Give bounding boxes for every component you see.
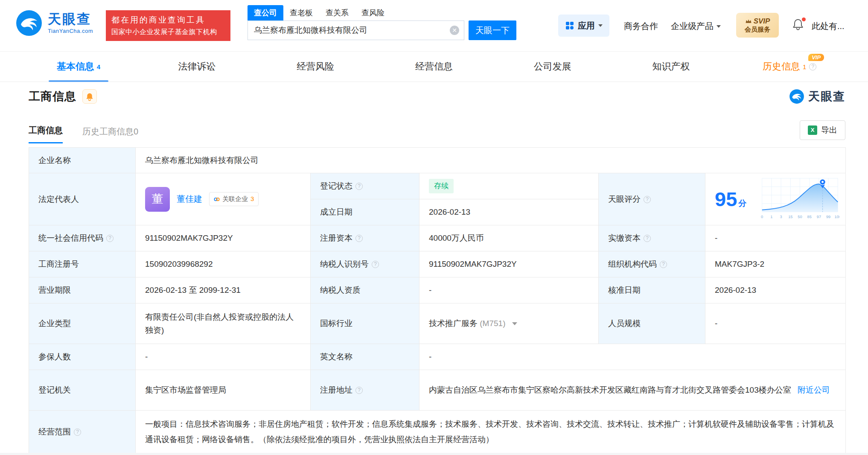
tianyancha-logo[interactable]: 天眼查 TianYanCha.com (15, 9, 93, 37)
bell-icon (85, 92, 94, 101)
business-scope-label: 经营范围 (29, 411, 136, 454)
help-icon[interactable] (106, 235, 114, 242)
company-type-label: 企业类型 (29, 303, 136, 344)
insured-count-value: - (136, 344, 311, 370)
brand-watermark-text: 天眼查 (808, 89, 845, 104)
help-icon[interactable] (644, 235, 651, 242)
section-title: 工商信息 (29, 89, 76, 104)
crown-icon (745, 18, 752, 24)
legal-rep-cell: 董 董佳建 关联企业 3 (136, 173, 311, 225)
legal-rep-label: 法定代表人 (29, 173, 136, 225)
company-nav-tabs: 基本信息 4 法律诉讼 经营风险 经营信息 公司发展 知识产权 VIP 历史信息… (0, 51, 868, 82)
vip-tag: VIP (808, 54, 824, 61)
promo-badge: 都在用的商业查询工具 国家中小企业发展子基金旗下机构 (106, 10, 230, 41)
enterprise-products-menu[interactable]: 企业级产品 (671, 20, 721, 32)
tab-label: 经营信息 (415, 60, 453, 73)
company-name-value: 乌兰察布雁北知微科技有限公司 (136, 148, 846, 173)
business-scope-value: 一般项目：信息技术咨询服务；非居住房地产租赁；软件开发；信息系统集成服务；技术服… (136, 411, 846, 454)
tab-operating-info[interactable]: 经营信息 (375, 52, 493, 82)
nearby-companies-link[interactable]: 附近公司 (798, 385, 830, 394)
tab-intellectual-property[interactable]: 知识产权 (612, 52, 731, 82)
tab-history-info[interactable]: VIP 历史信息 1 (730, 52, 849, 82)
tab-label: 历史信息 (763, 60, 800, 73)
reg-number-value: 150902039968292 (136, 251, 311, 277)
est-date-value: 2026-02-13 (419, 199, 599, 225)
help-icon[interactable] (355, 235, 363, 242)
help-icon[interactable] (74, 429, 81, 436)
brand-watermark: 天眼查 (789, 89, 845, 104)
tab-company-development[interactable]: 公司发展 (493, 52, 612, 82)
search-tab-risk[interactable]: 查风险 (355, 5, 391, 20)
chevron-down-icon (598, 24, 603, 27)
search-area: 查公司 查老板 查关系 查风险 天眼一下 (248, 5, 516, 40)
svg-text:97: 97 (817, 215, 821, 219)
insured-count-label: 参保人数 (29, 344, 136, 370)
notification-dot (802, 18, 806, 21)
reg-authority-label: 登记机关 (29, 370, 136, 411)
credit-code-value: 91150902MAK7GJP32Y (136, 225, 311, 251)
approval-date-value: 2026-02-13 (705, 277, 846, 303)
related-companies-count: 3 (250, 194, 254, 204)
search-tab-relations[interactable]: 查关系 (319, 5, 355, 20)
svip-membership-button[interactable]: SVIP 会员服务 (736, 13, 779, 38)
header: 天眼查 TianYanCha.com 都在用的商业查询工具 国家中小企业发展子基… (0, 0, 868, 51)
logo-brand-text: 天眼查 (48, 12, 93, 26)
industry-label: 国标行业 (311, 303, 419, 344)
legal-rep-avatar[interactable]: 董 (145, 187, 170, 212)
related-companies-label: 关联企业 (222, 194, 248, 204)
subscribe-bell-button[interactable] (82, 89, 97, 104)
clear-search-icon[interactable] (450, 26, 459, 35)
reg-capital-label: 注册资本 (311, 225, 419, 251)
apps-grid-icon (565, 21, 574, 30)
paid-capital-label: 实缴资本 (599, 225, 705, 251)
search-tab-boss[interactable]: 查老板 (283, 5, 319, 20)
taxpayer-id-value: 91150902MAK7GJP32Y (419, 251, 599, 277)
legal-rep-name-link[interactable]: 董佳建 (177, 192, 202, 206)
help-icon[interactable] (372, 261, 379, 268)
tab-operating-risk[interactable]: 经营风险 (256, 52, 375, 82)
reg-address-value: 内蒙古自治区乌兰察布市集宁区察哈尔高新技术开发区藏红南路与育才北街交叉路管委会1… (419, 370, 846, 411)
tab-legal-proceedings[interactable]: 法律诉讼 (138, 52, 256, 82)
svg-text:99: 99 (826, 215, 830, 219)
reg-authority-value: 集宁区市场监督管理局 (136, 370, 311, 411)
help-icon[interactable] (644, 196, 651, 203)
apps-label: 应用 (578, 20, 595, 32)
business-cooperation-link[interactable]: 商务合作 (624, 20, 658, 32)
score-label: 天眼评分 (599, 173, 705, 225)
export-label: 导出 (821, 125, 837, 136)
score-chart: 0 1 3 15 50 85 97 99 100 (760, 177, 839, 222)
paid-capital-value: - (705, 225, 846, 251)
related-companies-button[interactable]: 关联企业 3 (209, 192, 259, 206)
help-icon[interactable] (355, 387, 363, 394)
tab-count: 4 (97, 63, 100, 70)
staff-size-label: 人员规模 (599, 303, 705, 344)
org-code-value: MAK7GJP3-2 (705, 251, 846, 277)
svg-text:50: 50 (798, 215, 802, 219)
taxpayer-id-label: 纳税人识别号 (311, 251, 419, 277)
search-tabs: 查公司 查老板 查关系 查风险 (248, 5, 516, 20)
more-menu[interactable]: 此处有... (812, 20, 845, 32)
search-button[interactable]: 天眼一下 (469, 20, 516, 40)
tab-basic-info[interactable]: 基本信息 4 (19, 52, 138, 82)
help-icon[interactable] (660, 261, 667, 268)
org-code-label: 组织机构代码 (599, 251, 705, 277)
logo-domain-text: TianYanCha.com (48, 28, 93, 34)
svg-text:3: 3 (780, 215, 782, 219)
subtab-history-business-info[interactable]: 历史工商信息0 (82, 126, 138, 143)
help-icon[interactable] (809, 63, 816, 70)
promo-line2: 国家中小企业发展子基金旗下机构 (111, 28, 225, 37)
company-name-label: 企业名称 (29, 148, 136, 173)
tab-label: 经营风险 (297, 60, 334, 73)
subtab-business-info[interactable]: 工商信息 (29, 125, 63, 143)
reg-address-label: 注册地址 (311, 370, 419, 411)
notifications-button[interactable] (792, 18, 806, 32)
svip-label: SVIP (754, 17, 770, 26)
excel-icon (808, 125, 817, 135)
apps-menu-button[interactable]: 应用 (558, 15, 609, 37)
export-button[interactable]: 导出 (800, 120, 845, 140)
related-companies-icon (214, 196, 220, 202)
search-tab-company[interactable]: 查公司 (248, 5, 283, 20)
search-input[interactable] (248, 20, 464, 40)
help-icon[interactable] (355, 183, 363, 190)
chevron-down-icon[interactable] (512, 322, 517, 325)
